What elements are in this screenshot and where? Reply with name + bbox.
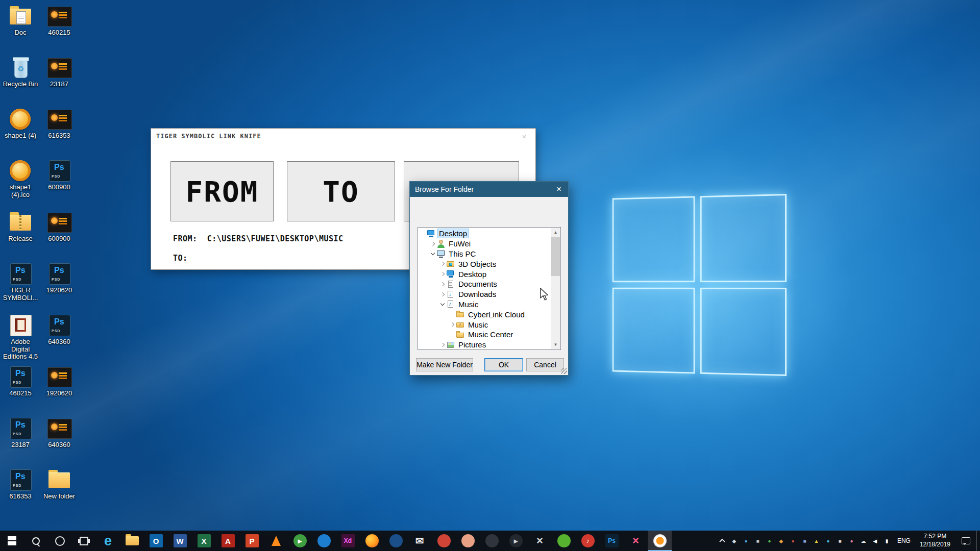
firefox-taskbar-button[interactable]	[360, 531, 384, 551]
desktop-icon-616353[interactable]: 616353	[1, 466, 40, 517]
start-button[interactable]	[0, 531, 24, 551]
desktop-icon-23187[interactable]: 23187	[1, 414, 40, 466]
outlook-taskbar-button[interactable]: O	[144, 531, 168, 551]
cortana-button[interactable]	[48, 531, 72, 551]
desktop-icon-640360[interactable]: 640360	[40, 414, 79, 466]
tree-item-cyberlink-cloud[interactable]: CyberLink Cloud	[419, 309, 551, 319]
cancel-button[interactable]: Cancel	[526, 358, 564, 371]
file-explorer-taskbar-button[interactable]	[120, 531, 144, 551]
desktop-icon-shape1-4[interactable]: shape1 (4)	[1, 105, 40, 157]
media-player-green-taskbar-button[interactable]: ▶	[288, 531, 312, 551]
tree-item-documents[interactable]: Documents	[419, 279, 551, 289]
make-new-folder-button[interactable]: Make New Folder	[416, 358, 473, 371]
tree-item-music[interactable]: Music	[419, 319, 551, 330]
tree-item-music-center[interactable]: Music Center	[419, 330, 551, 340]
media-player-dark-taskbar-button[interactable]: ▶	[504, 531, 528, 551]
music-app-red-taskbar-button[interactable]: ♪	[576, 531, 600, 551]
tree-item-desktop[interactable]: Desktop	[419, 269, 551, 279]
from-button[interactable]: FROM	[170, 161, 274, 221]
desktop-icon-1920620[interactable]: 1920620	[40, 363, 79, 414]
tree-item-this-pc[interactable]: This PC	[419, 249, 551, 259]
desktop-icon-600900[interactable]: 600900	[40, 208, 79, 260]
volume-icon[interactable]: ◀	[869, 531, 881, 551]
expanded-chevron-icon[interactable]	[439, 299, 446, 309]
app-window-titlebar[interactable]: TIGER SYMBOLIC LINK KNIFE ×	[151, 129, 535, 144]
task-view-button[interactable]	[72, 531, 96, 551]
collapsed-chevron-icon[interactable]	[449, 320, 456, 329]
scroll-up-button[interactable]: ▲	[551, 228, 560, 237]
tray-icon-2[interactable]: ●	[740, 531, 752, 551]
desktop-icon-23187[interactable]: 23187	[40, 54, 79, 105]
network-icon[interactable]: ▮	[881, 531, 893, 551]
tray-icon-1[interactable]: ◆	[728, 531, 740, 551]
app-dark-dial-taskbar-button[interactable]	[480, 531, 504, 551]
app-green-circle-taskbar-button[interactable]	[552, 531, 576, 551]
collapsed-chevron-icon[interactable]	[439, 280, 446, 289]
resize-grip[interactable]	[561, 368, 567, 374]
app-pink-x-taskbar-button[interactable]: ×	[624, 531, 648, 551]
powerpoint-taskbar-button[interactable]: P	[240, 531, 264, 551]
tree-item-pictures[interactable]: Pictures	[419, 340, 551, 350]
to-button[interactable]: TO	[287, 161, 395, 221]
tray-icon-6[interactable]: ●	[787, 531, 799, 551]
tree-item-desktop[interactable]: Desktop	[419, 229, 551, 239]
collapsed-chevron-icon[interactable]	[439, 340, 446, 349]
excel-taskbar-button[interactable]: X	[192, 531, 216, 551]
photoshop-taskbar-button[interactable]: Ps	[600, 531, 624, 551]
desktop-icon-616353[interactable]: 616353	[40, 105, 79, 157]
tree-item-downloads[interactable]: Downloads	[419, 289, 551, 299]
app-close-icon[interactable]: ×	[518, 132, 530, 141]
app-peach-circle-taskbar-button[interactable]	[456, 531, 480, 551]
tray-icon-4[interactable]: ●	[764, 531, 775, 551]
dialog-close-button[interactable]: ×	[550, 182, 568, 197]
desktop-icon-tiger-symboli[interactable]: TIGER SYMBOLI...	[1, 260, 40, 311]
desktop-icon-shape1-4-ico[interactable]: shape1 (4).ico	[1, 157, 40, 208]
desktop-icon-640360[interactable]: 640360	[40, 311, 79, 363]
vlc-taskbar-button[interactable]	[264, 531, 288, 551]
desktop-icon-460215[interactable]: 460215	[40, 2, 79, 54]
search-button[interactable]	[24, 531, 48, 551]
clock[interactable]: 7:52 PM 12/18/2019	[915, 531, 955, 551]
language-indicator[interactable]: ENG	[893, 531, 915, 551]
tray-icon-8[interactable]: ▲	[811, 531, 822, 551]
tree-item-fuwei[interactable]: FuWei	[419, 239, 551, 249]
onedrive-icon[interactable]: ☁	[857, 531, 869, 551]
collapsed-chevron-icon[interactable]	[439, 259, 446, 268]
edge-taskbar-button[interactable]: e	[96, 531, 120, 551]
tiger-knife-app-taskbar-button[interactable]	[648, 531, 672, 551]
dialog-titlebar[interactable]: Browse For Folder ×	[410, 182, 568, 197]
acrobat-reader-taskbar-button[interactable]: A	[216, 531, 240, 551]
tray-icon-5[interactable]: ◆	[775, 531, 787, 551]
tree-scrollbar[interactable]: ▲ ▼	[551, 228, 560, 349]
tray-chevron-up[interactable]	[717, 531, 728, 551]
show-desktop-button[interactable]	[976, 531, 980, 551]
desktop-icon-new-folder[interactable]: New folder	[40, 466, 79, 517]
app-x-dark-taskbar-button[interactable]: ×	[528, 531, 552, 551]
tree-item-3d-objects[interactable]: 3D Objects	[419, 259, 551, 269]
tray-icon-9[interactable]: ●	[822, 531, 834, 551]
desktop-icon-600900[interactable]: 600900	[40, 157, 79, 208]
tray-icon-10[interactable]: ■	[834, 531, 846, 551]
tray-icon-7[interactable]: ■	[799, 531, 811, 551]
scroll-down-button[interactable]: ▼	[551, 340, 560, 349]
collapsed-chevron-icon[interactable]	[429, 239, 436, 248]
ok-button[interactable]: OK	[484, 358, 523, 371]
adobe-xd-taskbar-button[interactable]: Xd	[336, 531, 360, 551]
desktop-icon-release[interactable]: Release	[1, 208, 40, 260]
scroll-thumb[interactable]	[551, 237, 560, 276]
tree-item-music[interactable]: Music	[419, 299, 551, 310]
desktop-icon-1920620[interactable]: 1920620	[40, 260, 79, 311]
desktop-icon-doc[interactable]: Doc	[1, 2, 40, 54]
desktop-icon-460215[interactable]: 460215	[1, 363, 40, 414]
app-blue-circle-taskbar-button[interactable]	[312, 531, 336, 551]
app-red-circle-taskbar-button[interactable]	[432, 531, 456, 551]
collapsed-chevron-icon[interactable]	[439, 269, 446, 279]
action-center-button[interactable]	[955, 531, 976, 551]
app-navy-circle-taskbar-button[interactable]	[384, 531, 408, 551]
mail-taskbar-button[interactable]: ✉	[408, 531, 432, 551]
collapsed-chevron-icon[interactable]	[439, 290, 446, 299]
tray-icon-11[interactable]: ●	[846, 531, 857, 551]
expanded-chevron-icon[interactable]	[429, 249, 436, 258]
desktop-icon-recycle-bin[interactable]: Recycle Bin	[1, 54, 40, 105]
tray-icon-3[interactable]: ■	[752, 531, 764, 551]
